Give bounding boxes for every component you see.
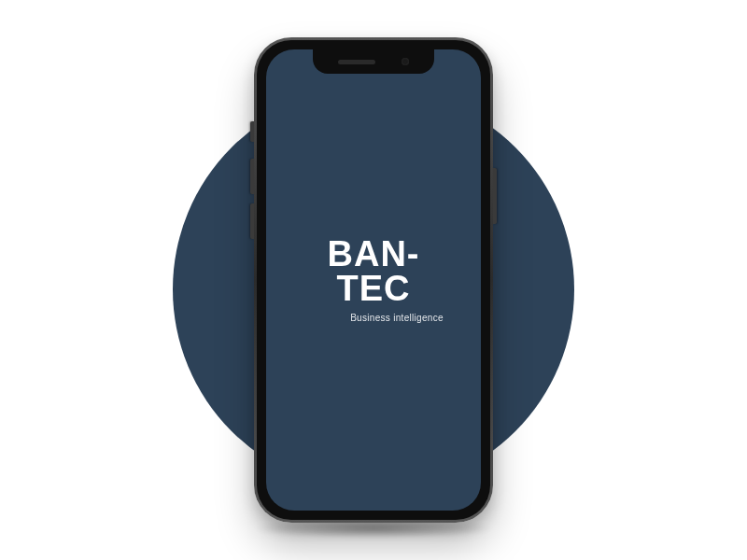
front-camera-icon (402, 58, 409, 65)
phone-screen[interactable]: BAN- TEC Business intelligence (266, 49, 481, 511)
speaker-icon (338, 60, 375, 64)
power-button-icon (493, 168, 497, 224)
volume-down-button-icon (250, 203, 254, 239)
phone-bezel: BAN- TEC Business intelligence (257, 40, 490, 520)
mockup-stage: BAN- TEC Business intelligence (0, 0, 747, 560)
phone-notch (313, 49, 434, 74)
app-splash-screen: BAN- TEC Business intelligence (266, 49, 481, 511)
phone-mockup: BAN- TEC Business intelligence (254, 37, 493, 523)
brand-logo-text: BAN- TEC (328, 237, 420, 304)
brand-line-2: TEC (336, 269, 410, 308)
brand-tagline: Business intelligence (303, 313, 444, 323)
volume-up-button-icon (250, 159, 254, 194)
mute-switch-icon (250, 121, 254, 142)
